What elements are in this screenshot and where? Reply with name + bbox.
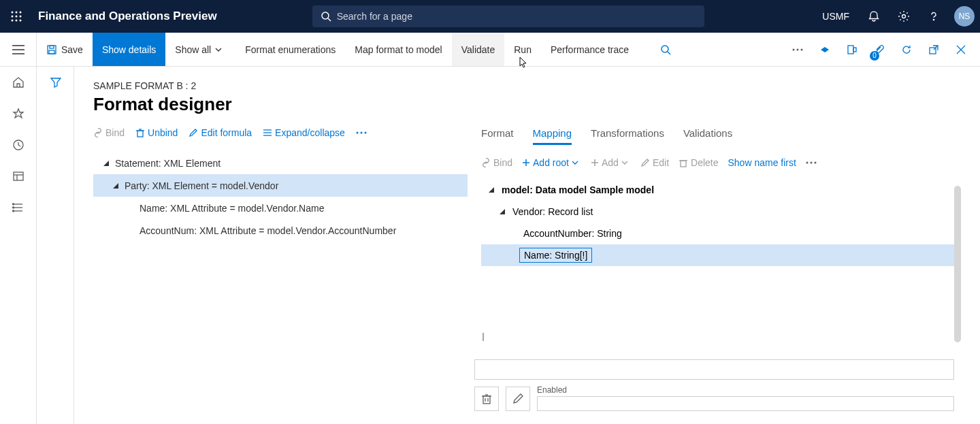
svg-point-9 [322, 12, 329, 19]
unbind-button[interactable]: Unbind [135, 127, 178, 138]
bottom-edit-button[interactable] [506, 387, 530, 411]
svg-point-37 [13, 207, 14, 208]
open-in-office-icon[interactable] [838, 44, 866, 55]
svg-rect-39 [137, 131, 143, 137]
r-more-toolbar[interactable] [806, 161, 819, 164]
more-icon [806, 161, 817, 164]
chevron-down-icon [621, 161, 628, 165]
pencil-icon [189, 128, 198, 137]
collapse-arrow-icon [487, 187, 496, 193]
refresh-icon[interactable] [893, 44, 920, 55]
show-details-button[interactable]: Show details [93, 33, 165, 66]
attachment-count-badge: 0 [870, 51, 879, 61]
svg-rect-52 [681, 161, 686, 167]
show-all-button[interactable]: Show all [165, 33, 235, 66]
svg-rect-30 [14, 172, 23, 180]
app-title: Finance and Operations Preview [38, 10, 217, 23]
tree-node-party[interactable]: Party: XML Element = model.Vendor [93, 174, 468, 197]
svg-point-56 [814, 162, 816, 164]
scrollbar[interactable] [954, 186, 961, 342]
add-button[interactable]: Add [591, 157, 631, 168]
r-tree-model[interactable]: model: Data model Sample model [481, 179, 961, 201]
svg-rect-57 [483, 396, 490, 404]
r-bind-button[interactable]: Bind [481, 157, 512, 168]
more-toolbar[interactable] [356, 131, 370, 134]
r-tree-vendor[interactable]: Vendor: Record list [481, 201, 961, 223]
nav-favorites[interactable] [0, 98, 37, 129]
r-tree-name[interactable]: Name: String[!] [481, 244, 961, 266]
bottom-delete-button[interactable] [474, 387, 499, 411]
svg-point-3 [12, 16, 14, 18]
save-button[interactable]: Save [37, 33, 93, 66]
nav-home[interactable] [0, 67, 37, 98]
tree-node-accountnum[interactable]: AccountNum: XML Attribute = model.Vendor… [93, 219, 468, 242]
svg-rect-25 [853, 48, 856, 52]
svg-point-22 [797, 48, 799, 50]
add-root-button[interactable]: Add root [522, 157, 581, 168]
svg-point-4 [16, 16, 18, 18]
show-details-label: Show details [102, 44, 156, 55]
trash-icon [481, 393, 492, 404]
edit-formula-button[interactable]: Edit formula [189, 127, 252, 138]
filter-button[interactable] [37, 67, 74, 98]
svg-rect-18 [49, 50, 54, 54]
tab-mapping[interactable]: Mapping [533, 127, 572, 145]
svg-point-5 [20, 16, 22, 18]
help-icon[interactable] [919, 0, 949, 33]
tab-transformations[interactable]: Transformations [591, 127, 664, 145]
trash-icon [679, 158, 688, 167]
expand-collapse-button[interactable]: Expand/collapse [263, 127, 345, 138]
map-format-button[interactable]: Map format to model [345, 33, 451, 66]
run-button[interactable]: Run [504, 33, 541, 66]
trash-icon [135, 128, 145, 137]
format-enumerations-button[interactable]: Format enumerations [235, 33, 345, 66]
r-tree-account[interactable]: AccountNumber: String [481, 223, 961, 244]
plus-icon [591, 159, 599, 167]
tab-validations[interactable]: Validations [683, 127, 732, 145]
show-name-first-button[interactable]: Show name first [728, 157, 796, 168]
app-launcher[interactable] [0, 0, 33, 33]
list-icon [263, 128, 272, 137]
nav-workspaces[interactable] [0, 161, 37, 192]
svg-point-12 [933, 19, 934, 20]
svg-point-23 [801, 48, 803, 50]
svg-point-36 [13, 203, 14, 205]
collapse-arrow-icon [111, 183, 120, 189]
user-avatar[interactable]: NS [954, 6, 975, 27]
nav-recent[interactable] [0, 129, 37, 161]
enabled-input[interactable] [537, 396, 954, 411]
tree-node-name[interactable]: Name: XML Attribute = model.Vendor.Name [93, 197, 468, 219]
pencil-icon [512, 393, 523, 404]
company-label[interactable]: USMF [813, 11, 859, 22]
attachments-icon[interactable]: 0 [866, 44, 893, 55]
svg-point-55 [810, 162, 812, 164]
search-box[interactable] [312, 5, 704, 27]
more-actions[interactable] [784, 48, 811, 51]
svg-point-54 [806, 162, 808, 164]
show-all-label: Show all [175, 44, 211, 55]
bind-button[interactable]: Bind [93, 127, 125, 138]
settings-icon[interactable] [889, 0, 919, 33]
svg-line-10 [328, 18, 331, 21]
details-input[interactable] [474, 359, 954, 380]
office-addin-icon[interactable] [811, 44, 838, 55]
search-input[interactable] [337, 11, 696, 22]
edit-button[interactable]: Edit [640, 157, 669, 168]
svg-point-0 [12, 12, 14, 14]
link-icon [93, 128, 103, 137]
delete-button[interactable]: Delete [679, 157, 718, 168]
popout-icon[interactable] [920, 44, 947, 55]
nav-modules[interactable] [0, 192, 37, 223]
find-button[interactable] [652, 33, 679, 66]
close-icon[interactable] [947, 45, 975, 54]
tab-format[interactable]: Format [481, 127, 514, 145]
notifications-icon[interactable] [859, 0, 889, 33]
nav-toggle[interactable] [0, 33, 37, 66]
validate-button[interactable]: Validate [452, 33, 505, 66]
plus-icon [522, 159, 530, 167]
svg-point-47 [364, 132, 366, 134]
tree-node-statement[interactable]: Statement: XML Element [93, 152, 468, 174]
svg-point-2 [20, 12, 22, 14]
svg-point-45 [356, 132, 358, 134]
performance-trace-button[interactable]: Performance trace [541, 33, 638, 66]
